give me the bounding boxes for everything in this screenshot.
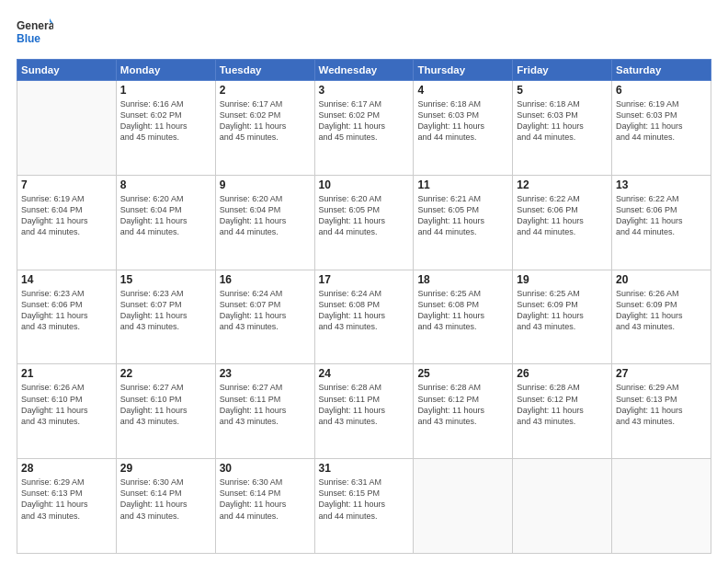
day-cell: 11Sunrise: 6:21 AM Sunset: 6:05 PM Dayli… xyxy=(414,175,513,270)
day-number: 24 xyxy=(319,367,410,380)
day-number: 4 xyxy=(417,84,508,97)
day-number: 26 xyxy=(517,367,608,380)
day-number: 16 xyxy=(220,273,311,286)
day-cell: 12Sunrise: 6:22 AM Sunset: 6:06 PM Dayli… xyxy=(513,175,612,270)
day-number: 22 xyxy=(120,367,211,380)
day-cell: 5Sunrise: 6:18 AM Sunset: 6:03 PM Daylig… xyxy=(513,81,612,176)
weekday-header-monday: Monday xyxy=(116,60,215,81)
day-cell: 25Sunrise: 6:28 AM Sunset: 6:12 PM Dayli… xyxy=(414,364,513,459)
page: General Blue SundayMondayTuesdayWednesda… xyxy=(0,0,728,563)
day-number: 1 xyxy=(120,84,211,97)
day-info: Sunrise: 6:18 AM Sunset: 6:03 PM Dayligh… xyxy=(517,98,608,144)
day-info: Sunrise: 6:25 AM Sunset: 6:08 PM Dayligh… xyxy=(417,288,508,333)
day-number: 10 xyxy=(319,178,410,191)
day-cell: 8Sunrise: 6:20 AM Sunset: 6:04 PM Daylig… xyxy=(116,175,215,270)
day-info: Sunrise: 6:27 AM Sunset: 6:11 PM Dayligh… xyxy=(220,382,311,427)
weekday-header-friday: Friday xyxy=(513,60,612,81)
day-number: 5 xyxy=(517,84,608,97)
weekday-header-wednesday: Wednesday xyxy=(314,60,414,81)
weekday-header-row: SundayMondayTuesdayWednesdayThursdayFrid… xyxy=(17,60,711,81)
day-info: Sunrise: 6:17 AM Sunset: 6:02 PM Dayligh… xyxy=(220,98,311,144)
day-cell: 22Sunrise: 6:27 AM Sunset: 6:10 PM Dayli… xyxy=(116,364,215,459)
day-cell: 14Sunrise: 6:23 AM Sunset: 6:06 PM Dayli… xyxy=(17,270,117,364)
day-info: Sunrise: 6:22 AM Sunset: 6:06 PM Dayligh… xyxy=(616,193,707,238)
day-info: Sunrise: 6:28 AM Sunset: 6:12 PM Dayligh… xyxy=(517,382,608,427)
day-info: Sunrise: 6:18 AM Sunset: 6:03 PM Dayligh… xyxy=(417,98,508,144)
day-cell: 23Sunrise: 6:27 AM Sunset: 6:11 PM Dayli… xyxy=(215,364,314,459)
day-cell: 2Sunrise: 6:17 AM Sunset: 6:02 PM Daylig… xyxy=(215,81,314,176)
day-number: 14 xyxy=(21,273,112,286)
day-info: Sunrise: 6:16 AM Sunset: 6:02 PM Dayligh… xyxy=(120,98,211,144)
day-number: 19 xyxy=(517,273,608,286)
week-row-5: 28Sunrise: 6:29 AM Sunset: 6:13 PM Dayli… xyxy=(17,459,711,554)
day-info: Sunrise: 6:24 AM Sunset: 6:08 PM Dayligh… xyxy=(319,288,410,333)
day-cell: 20Sunrise: 6:26 AM Sunset: 6:09 PM Dayli… xyxy=(612,270,711,364)
weekday-header-thursday: Thursday xyxy=(414,60,513,81)
weekday-header-tuesday: Tuesday xyxy=(215,60,314,81)
day-info: Sunrise: 6:20 AM Sunset: 6:04 PM Dayligh… xyxy=(120,193,211,238)
svg-text:General: General xyxy=(17,19,53,32)
day-cell: 19Sunrise: 6:25 AM Sunset: 6:09 PM Dayli… xyxy=(513,270,612,364)
day-number: 21 xyxy=(21,367,112,380)
day-cell: 30Sunrise: 6:30 AM Sunset: 6:14 PM Dayli… xyxy=(215,459,314,554)
day-number: 11 xyxy=(417,178,508,191)
day-number: 8 xyxy=(120,178,211,191)
day-number: 17 xyxy=(319,273,410,286)
day-info: Sunrise: 6:17 AM Sunset: 6:02 PM Dayligh… xyxy=(319,98,410,144)
weekday-header-saturday: Saturday xyxy=(612,60,711,81)
day-number: 13 xyxy=(616,178,707,191)
weekday-header-sunday: Sunday xyxy=(17,60,117,81)
day-info: Sunrise: 6:25 AM Sunset: 6:09 PM Dayligh… xyxy=(517,288,608,333)
day-number: 29 xyxy=(120,462,211,475)
day-number: 18 xyxy=(417,273,508,286)
day-info: Sunrise: 6:24 AM Sunset: 6:07 PM Dayligh… xyxy=(220,288,311,333)
day-cell: 27Sunrise: 6:29 AM Sunset: 6:13 PM Dayli… xyxy=(612,364,711,459)
header: General Blue xyxy=(17,17,711,50)
week-row-1: 1Sunrise: 6:16 AM Sunset: 6:02 PM Daylig… xyxy=(17,81,711,176)
day-number: 30 xyxy=(220,462,311,475)
day-cell xyxy=(513,459,612,554)
day-info: Sunrise: 6:28 AM Sunset: 6:11 PM Dayligh… xyxy=(319,382,410,427)
day-cell: 26Sunrise: 6:28 AM Sunset: 6:12 PM Dayli… xyxy=(513,364,612,459)
day-info: Sunrise: 6:29 AM Sunset: 6:13 PM Dayligh… xyxy=(21,477,112,522)
week-row-2: 7Sunrise: 6:19 AM Sunset: 6:04 PM Daylig… xyxy=(17,175,711,270)
day-cell: 28Sunrise: 6:29 AM Sunset: 6:13 PM Dayli… xyxy=(17,459,117,554)
day-number: 6 xyxy=(616,84,707,97)
day-number: 7 xyxy=(21,178,112,191)
day-cell xyxy=(414,459,513,554)
day-info: Sunrise: 6:23 AM Sunset: 6:07 PM Dayligh… xyxy=(120,288,211,333)
day-cell: 13Sunrise: 6:22 AM Sunset: 6:06 PM Dayli… xyxy=(612,175,711,270)
day-info: Sunrise: 6:27 AM Sunset: 6:10 PM Dayligh… xyxy=(120,382,211,427)
day-cell xyxy=(17,81,117,176)
day-number: 23 xyxy=(220,367,311,380)
day-number: 28 xyxy=(21,462,112,475)
day-number: 27 xyxy=(616,367,707,380)
logo: General Blue xyxy=(17,17,53,50)
day-info: Sunrise: 6:20 AM Sunset: 6:05 PM Dayligh… xyxy=(319,193,410,238)
day-cell: 17Sunrise: 6:24 AM Sunset: 6:08 PM Dayli… xyxy=(314,270,414,364)
day-info: Sunrise: 6:28 AM Sunset: 6:12 PM Dayligh… xyxy=(417,382,508,427)
day-cell: 31Sunrise: 6:31 AM Sunset: 6:15 PM Dayli… xyxy=(314,459,414,554)
day-number: 25 xyxy=(417,367,508,380)
day-cell: 29Sunrise: 6:30 AM Sunset: 6:14 PM Dayli… xyxy=(116,459,215,554)
day-cell: 7Sunrise: 6:19 AM Sunset: 6:04 PM Daylig… xyxy=(17,175,117,270)
day-info: Sunrise: 6:23 AM Sunset: 6:06 PM Dayligh… xyxy=(21,288,112,333)
day-info: Sunrise: 6:29 AM Sunset: 6:13 PM Dayligh… xyxy=(616,382,707,427)
day-number: 15 xyxy=(120,273,211,286)
day-cell: 6Sunrise: 6:19 AM Sunset: 6:03 PM Daylig… xyxy=(612,81,711,176)
day-cell: 10Sunrise: 6:20 AM Sunset: 6:05 PM Dayli… xyxy=(314,175,414,270)
day-cell: 16Sunrise: 6:24 AM Sunset: 6:07 PM Dayli… xyxy=(215,270,314,364)
day-number: 12 xyxy=(517,178,608,191)
day-info: Sunrise: 6:26 AM Sunset: 6:09 PM Dayligh… xyxy=(616,288,707,333)
calendar-table: SundayMondayTuesdayWednesdayThursdayFrid… xyxy=(17,59,711,554)
day-number: 31 xyxy=(319,462,410,475)
day-cell: 18Sunrise: 6:25 AM Sunset: 6:08 PM Dayli… xyxy=(414,270,513,364)
svg-text:Blue: Blue xyxy=(17,32,40,45)
day-info: Sunrise: 6:19 AM Sunset: 6:03 PM Dayligh… xyxy=(616,98,707,144)
day-number: 9 xyxy=(220,178,311,191)
day-info: Sunrise: 6:20 AM Sunset: 6:04 PM Dayligh… xyxy=(220,193,311,238)
day-info: Sunrise: 6:22 AM Sunset: 6:06 PM Dayligh… xyxy=(517,193,608,238)
logo-svg: General Blue xyxy=(17,17,53,50)
day-cell: 1Sunrise: 6:16 AM Sunset: 6:02 PM Daylig… xyxy=(116,81,215,176)
day-info: Sunrise: 6:19 AM Sunset: 6:04 PM Dayligh… xyxy=(21,193,112,238)
